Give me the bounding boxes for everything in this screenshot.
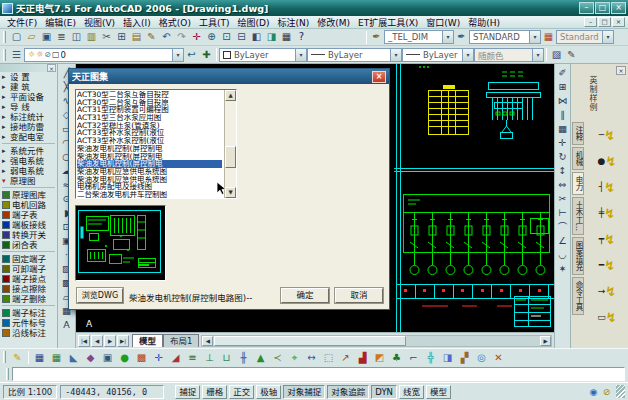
te-tool-icon[interactable]: ▣	[99, 350, 116, 365]
combo-arrow-icon[interactable]	[442, 31, 453, 43]
trim-icon[interactable]: ✂	[555, 192, 570, 206]
text-style-manager-icon[interactable]: ✎	[564, 48, 579, 62]
dim-style-combo[interactable]: _TEL_DIM	[384, 30, 454, 44]
palette-tab[interactable]: 图案填充	[572, 237, 584, 275]
zoom-window-icon[interactable]: ⊡	[219, 30, 234, 44]
lineweight-combo[interactable]: ByLayer	[402, 48, 474, 62]
toolbar-grip[interactable]	[3, 351, 6, 363]
screen-menu-item[interactable]: 可卸端子	[0, 264, 57, 274]
screen-menu-item[interactable]: 导 线	[0, 102, 57, 112]
combo-arrow-icon[interactable]	[532, 49, 543, 61]
erase-icon[interactable]: ✐	[555, 66, 570, 80]
status-toggle-button[interactable]: 对象追踪	[327, 385, 369, 399]
mdi-close-button[interactable]: ×	[612, 17, 625, 27]
mirror-icon[interactable]: ⋈	[555, 94, 570, 108]
calculator-icon[interactable]: ▦	[279, 30, 294, 44]
move-icon[interactable]: ✛	[555, 136, 570, 150]
mdi-minimize-button[interactable]: –	[584, 17, 597, 27]
combo-arrow-icon[interactable]	[602, 31, 613, 43]
linetype-combo[interactable]: ByLayer	[307, 48, 402, 62]
te-tool-icon[interactable]: ↗	[337, 350, 354, 365]
palette-tab[interactable]: 机械	[572, 147, 584, 170]
cut-icon[interactable]: ✂	[99, 30, 114, 44]
redo-icon[interactable]: ↷	[174, 30, 189, 44]
new-icon[interactable]: ▢	[9, 30, 24, 44]
screen-menu-item[interactable]: 端子接点	[0, 274, 57, 284]
screen-menu-item[interactable]: 元件标号	[0, 318, 57, 328]
menu-item[interactable]: 标注(N)	[273, 16, 313, 29]
stretch-icon[interactable]: ⇔	[555, 178, 570, 192]
atlas-list-item[interactable]: 柴油发电机控制(屏控制电	[77, 153, 222, 161]
atlas-list-item[interactable]: 柴油发电机控制(屏控制电	[77, 160, 222, 168]
browse-dwg-button[interactable]: 浏览DWG	[77, 288, 123, 303]
menu-item[interactable]: 插入(I)	[119, 16, 155, 29]
motor-lightning-tool[interactable]: ● ↯	[598, 148, 617, 174]
undo-icon[interactable]: ↶	[159, 30, 174, 44]
te-tool-icon[interactable]: ⊥	[201, 350, 218, 365]
te-tool-icon[interactable]: ▦	[48, 350, 65, 365]
screen-menu-item[interactable]: 系统元件	[0, 146, 57, 156]
extend-icon[interactable]: ⊢	[555, 206, 570, 220]
menu-item[interactable]: 窗口(W)	[422, 16, 464, 29]
scale-icon[interactable]: ↕	[555, 164, 570, 178]
atlas-list-item[interactable]: 柴油发电机控制(屏控制电	[77, 145, 222, 153]
dialog-close-icon[interactable]: ×	[372, 71, 386, 83]
layer-manager-icon[interactable]: ☰	[9, 48, 24, 62]
rotate-icon[interactable]: ↻	[555, 150, 570, 164]
scroll-up-icon[interactable]: ▲	[225, 90, 236, 101]
matchprop-icon[interactable]: ✎	[144, 30, 159, 44]
layer-on-icon[interactable]: ☼	[28, 50, 35, 59]
dim-style-icon[interactable]: ✒	[369, 30, 384, 44]
screen-menu-item[interactable]: 变配电室	[0, 132, 57, 142]
publish-icon[interactable]: ▥	[84, 30, 99, 44]
busbar-lightning-tool[interactable]: ━ ↯	[599, 252, 615, 278]
communication-center-icon[interactable]: ◉	[587, 387, 600, 397]
atlas-list-item[interactable]: ACT33型补水泵控制(液位	[77, 129, 222, 137]
chamfer-icon[interactable]: ∠	[555, 234, 570, 248]
first-tab-icon[interactable]: |◀	[78, 335, 90, 347]
toolbar-grip[interactable]	[3, 31, 6, 43]
status-toggle-button[interactable]: 极轴	[256, 385, 281, 399]
paste-icon[interactable]: ▤	[129, 30, 144, 44]
atlas-list-item[interactable]: ACT31型三台水泵应用图	[77, 114, 222, 122]
properties-icon[interactable]: ◧	[249, 30, 264, 44]
screen-menu-item[interactable]: 平面设备	[0, 92, 57, 102]
status-toggle-button[interactable]: 对象捕捉	[283, 385, 325, 399]
atlas-list-item[interactable]: 柴油发电机应急供电系统图	[77, 168, 222, 176]
menu-item[interactable]: 修改(M)	[313, 16, 354, 29]
screen-menu-item[interactable]: 弱电系统	[0, 166, 57, 176]
table-style-icon[interactable]: ▦	[541, 30, 556, 44]
status-toggle-button[interactable]: DYN	[371, 385, 397, 399]
screen-menu-item[interactable]: 转换开关	[0, 230, 57, 240]
screen-menu-item[interactable]: 固定端子	[0, 254, 57, 264]
copy-clip-icon[interactable]: ⊞	[114, 30, 129, 44]
palette-tab[interactable]: 土木工…	[572, 197, 584, 235]
toolbar-grip[interactable]	[3, 49, 6, 61]
offset-icon[interactable]: ∥	[555, 108, 570, 122]
combo-arrow-icon[interactable]	[462, 49, 473, 61]
status-toggle-button[interactable]: 模型	[426, 385, 451, 399]
combo-arrow-icon[interactable]	[295, 49, 306, 61]
array-icon[interactable]: ▦	[555, 122, 570, 136]
te-tool-icon[interactable]: ↔	[303, 350, 320, 365]
status-toggle-button[interactable]: 捕捉	[175, 385, 200, 399]
screen-menu-item[interactable]: 强电系统	[0, 156, 57, 166]
palette-close-icon[interactable]: ×	[616, 66, 626, 75]
command-grip[interactable]	[6, 368, 9, 380]
menu-item[interactable]: 文件(F)	[3, 16, 41, 29]
layer-lock-icon[interactable]: ⊘	[44, 50, 51, 59]
atlas-list-item[interactable]: 二台柴油发电机并车控制图	[77, 191, 222, 199]
palette-tab[interactable]: 命令工具	[572, 277, 584, 315]
resize-grip[interactable]	[616, 385, 625, 398]
te-tool-icon[interactable]: ◎	[473, 350, 490, 365]
menu-item[interactable]: 编辑(E)	[41, 16, 80, 29]
screen-menu-item[interactable]: 端板接线	[0, 220, 57, 230]
layout-tab[interactable]: 布局1	[163, 334, 199, 347]
te-tool-icon[interactable]: ⊔	[218, 350, 235, 365]
contactor-lightning-tool[interactable]: ╪ ↯	[599, 200, 615, 226]
horizontal-scrollbar[interactable]: ◀ ▶	[201, 335, 552, 347]
te-tool-icon[interactable]: ●	[116, 350, 133, 365]
command-input[interactable]	[12, 367, 625, 381]
scrollbar-track[interactable]	[225, 101, 236, 187]
palette-tab[interactable]: 注释	[572, 122, 584, 145]
